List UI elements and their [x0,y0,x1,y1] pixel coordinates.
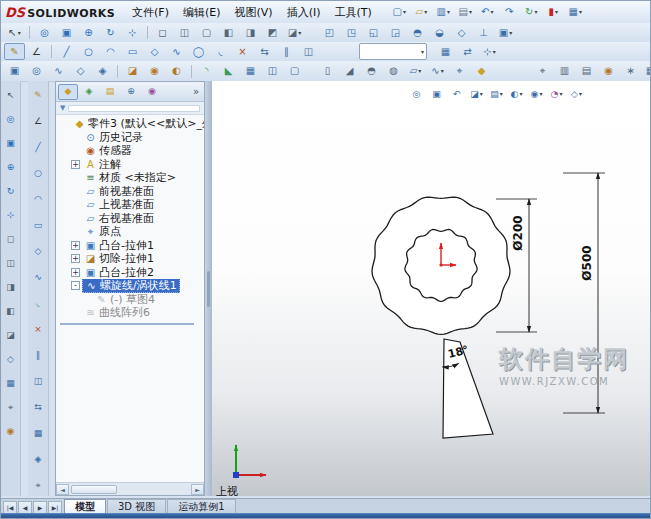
back-view-button[interactable]: ◳ [341,24,362,41]
draft-button[interactable]: ◢ [339,63,360,80]
side-zoom-area-button[interactable]: ▣ [1,135,20,151]
dome-button[interactable]: ◓ [361,63,382,80]
section-view-button[interactable]: ◪▾ [284,24,305,41]
tab-model[interactable]: 模型 [64,499,106,514]
filter-icon[interactable]: ▼ [60,104,65,112]
side-convert-button[interactable]: ⇆ [29,399,48,415]
side-pattern-button[interactable]: ▦ [29,425,48,441]
side-point-button[interactable]: ⌖ [29,477,48,493]
tree-item-curve-pattern6[interactable]: ≋曲线阵列6 [56,306,204,320]
swept-boss-button[interactable]: ∿ [48,63,69,80]
extruded-boss-button[interactable]: ▣ [4,63,25,80]
hud-hide-show-items-button[interactable]: ◉▾ [527,86,546,102]
menu-file[interactable]: 文件(F) [125,3,176,22]
lofted-boss-button[interactable]: ◇ [70,63,91,80]
side-offset-button[interactable]: ∥ [29,347,48,363]
side-wireframe-button[interactable]: ◻ [1,231,20,247]
rib-button[interactable]: ▯ [317,63,338,80]
displaymanager-tab[interactable]: ◉ [142,84,162,100]
side-zoom-in-out-button[interactable]: ⊕ [1,159,20,175]
select-arrow-button[interactable]: ↖▾ [4,24,25,41]
tree-item-sensors[interactable]: ◉传感器 [56,144,204,158]
zoom-to-fit-button[interactable]: ◎ [34,24,55,41]
side-zoom-fit-button[interactable]: ◎ [1,111,20,127]
left-view-button[interactable]: ◱ [363,24,384,41]
tree-item-history[interactable]: ⊙历史记录 [56,131,204,145]
sketch-button[interactable]: ✎ [4,43,25,60]
dimxpertmanager-tab[interactable]: ⊕ [121,84,141,100]
convert-entities-button[interactable]: ⇆ [254,43,275,60]
trim-entities-button[interactable]: × [232,43,253,60]
polygon-button[interactable]: ◇ [144,43,165,60]
hidden-lines-removed-button[interactable]: ▢ [196,24,217,41]
linear-sketch-pattern-button[interactable]: ▦ [435,43,456,60]
linear-pattern-button[interactable]: ▦ [240,63,261,80]
wireframe-button[interactable]: ◻ [152,24,173,41]
quick-snaps-button[interactable]: ⊹▾ [479,43,500,60]
normal-to-button[interactable]: ⊥ [473,24,494,41]
scrollbar-track[interactable] [69,484,191,495]
side-rotate-view-button[interactable]: ↻ [1,183,20,199]
tree-item-right-plane[interactable]: ▱右视基准面 [56,212,204,226]
curves-button[interactable]: ∿▾ [427,63,448,80]
equations-button[interactable]: ∗ [620,63,641,80]
new-document-button[interactable]: ▢▾ [389,4,410,21]
ellipse-button[interactable]: ◯ [188,43,209,60]
options-button[interactable]: ▮▾ [543,4,564,21]
propertymanager-tab[interactable]: ◈ [79,84,99,100]
mirror-button[interactable]: ◫ [262,63,283,80]
top-view-button[interactable]: ◓ [407,24,428,41]
scroll-right-button[interactable]: ► [191,484,204,495]
simulation-button[interactable]: ▦▾ [642,63,651,80]
hud-zoom-to-area-button[interactable]: ▣ [427,86,446,102]
hole-wizard-button[interactable]: ◉ [144,63,165,80]
instant3d-button[interactable]: ◆ [471,63,492,80]
tree-item-annotations[interactable]: +A注解 [56,158,204,172]
scrollbar-thumb[interactable] [71,485,117,494]
side-trim-button[interactable]: × [29,321,48,337]
expand-toggle[interactable]: + [71,160,80,169]
filter-input[interactable] [68,105,200,112]
zoom-in-out-button[interactable]: ⊕ [78,24,99,41]
move-entities-button[interactable]: ⇄ [457,43,478,60]
tree-item-boss-extrude2[interactable]: +▣凸台-拉伸2 [56,266,204,280]
zoom-to-area-button[interactable]: ▣ [56,24,77,41]
line-button[interactable]: ╱ [56,43,77,60]
side-sketch-button[interactable]: ✎ [29,87,48,103]
menu-edit[interactable]: 编辑(E) [176,3,228,22]
sketch-toolbar-combobox[interactable]: ▾ [359,43,427,60]
tree-item-part-root[interactable]: ◆零件3 (默认<<默认>_外观 显 [56,117,204,131]
side-fillet-button[interactable]: ◟ [29,295,48,311]
rollback-bar[interactable] [60,323,194,325]
save-button[interactable]: ▥▾ [433,4,454,21]
arc-button[interactable]: ◠ [100,43,121,60]
tree-item-top-plane[interactable]: ▱上视基准面 [56,198,204,212]
pan-button[interactable]: ⊹ [122,24,143,41]
rebuild-button[interactable]: ↻▾ [521,4,542,21]
hud-section-view-button[interactable]: ◪▾ [467,86,486,102]
revolved-cut-button[interactable]: ◐ [166,63,187,80]
circle-button[interactable]: ○ [78,43,99,60]
shadows-button[interactable]: ◩ [262,24,283,41]
hud-view-orientation-button[interactable]: ▤▾ [487,86,506,102]
side-line-button[interactable]: ╱ [29,139,48,155]
tree-item-material[interactable]: ≡材质 <未指定> [56,171,204,185]
measure-button[interactable]: ⌖ [532,63,553,80]
undo-button[interactable]: ↶▾ [477,4,498,21]
tree-item-boss-extrude1[interactable]: +▣凸台-拉伸1 [56,239,204,253]
mirror-entities-button[interactable]: ◫ [298,43,319,60]
graphics-area[interactable]: Ø200Ø50018° ◎▣↶◪▾▤▾◐▾◉▾◔▾◇▾ 软件自学网 WWW.RJ… [212,81,650,496]
rectangle-button[interactable]: ▭ [122,43,143,60]
featuremanager-tab[interactable]: ◆ [58,84,78,100]
wrap-button[interactable]: ◍ [383,63,404,80]
side-boundary-button[interactable]: ◈ [29,451,48,467]
shaded-button[interactable]: ◨ [240,24,261,41]
redo-button[interactable]: ↷ [499,4,520,21]
collapse-pane-button[interactable]: » [190,86,202,97]
side-polygon-button[interactable]: ◇ [29,243,48,259]
tree-item-cut-extrude1[interactable]: +◪切除-拉伸1 [56,252,204,266]
configurationmanager-tab[interactable]: ▤ [100,84,120,100]
side-select-button[interactable]: ↖ [1,87,20,103]
open-document-button[interactable]: ▱▾ [411,4,432,21]
tree-item-front-plane[interactable]: ▱前视基准面 [56,185,204,199]
